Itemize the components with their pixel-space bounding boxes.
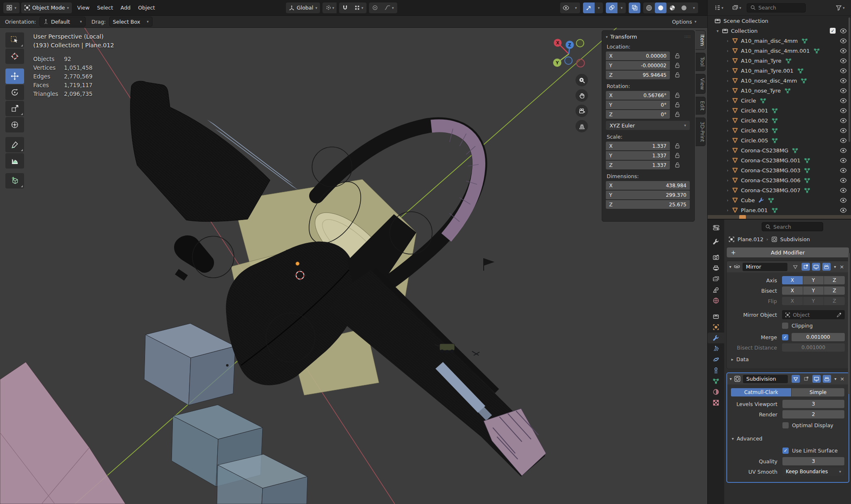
sidebar-tab-item[interactable]: Item xyxy=(696,30,706,50)
transform-orientation-dropdown[interactable]: Global ▾ xyxy=(286,2,320,13)
measure-tool-button[interactable] xyxy=(5,153,24,169)
mirror-delete-button[interactable]: × xyxy=(838,264,846,270)
quality-field[interactable]: 3 xyxy=(782,457,844,465)
lock-icon[interactable] xyxy=(674,101,681,108)
properties-tab-texture[interactable] xyxy=(708,397,724,408)
mirror-object-field[interactable]: Object xyxy=(782,310,845,319)
shading-dropdown[interactable]: ▾ xyxy=(690,2,698,13)
sidebar-tab-3d-print[interactable]: 3D-Print xyxy=(696,117,706,146)
overlays-dropdown[interactable]: ▾ xyxy=(617,2,626,13)
outliner-row-object[interactable]: ›Plane.001 xyxy=(708,205,851,215)
drag-dropdown[interactable]: Select Box ▾ xyxy=(109,17,152,27)
properties-tab-render[interactable] xyxy=(708,252,724,263)
optimal-display-checkbox[interactable] xyxy=(782,422,789,428)
outliner-row-object[interactable]: ›Circle.005 xyxy=(708,135,851,145)
camera-view-button[interactable] xyxy=(576,105,588,117)
add-cube-tool-button[interactable] xyxy=(5,173,24,188)
annotate-tool-button[interactable] xyxy=(5,137,24,152)
pan-button[interactable] xyxy=(576,89,588,102)
outliner-row-object[interactable]: ›Corona-CS238MG.001 xyxy=(708,155,851,165)
hide-eye-icon[interactable] xyxy=(840,147,847,154)
mirror-data-subpanel[interactable]: ▸ Data xyxy=(730,355,846,364)
orientation-dropdown[interactable]: Default ▾ xyxy=(39,17,86,27)
zoom-button[interactable] xyxy=(576,74,588,86)
cursor-tool-button[interactable] xyxy=(5,49,24,64)
hide-eye-icon[interactable] xyxy=(840,177,847,184)
properties-scrollbar[interactable] xyxy=(848,253,850,394)
outliner-scrollbar[interactable] xyxy=(849,17,850,142)
simple-button[interactable]: Simple xyxy=(792,388,844,396)
properties-tab-object-data[interactable] xyxy=(708,376,724,387)
outliner-editor-type-button[interactable]: ▾ xyxy=(711,2,727,13)
object-visibility-dropdown[interactable] xyxy=(560,2,572,13)
shading-solid-button[interactable] xyxy=(655,2,667,13)
hide-eye-icon[interactable] xyxy=(840,187,847,194)
breadcrumb-modifier[interactable]: Subdivision xyxy=(780,236,810,242)
mirror-bisect-y-button[interactable]: Y xyxy=(803,286,824,295)
hide-eye-icon[interactable] xyxy=(840,127,847,134)
outliner-row-object[interactable]: ›A10_main_Tyre xyxy=(708,56,851,66)
lock-icon[interactable] xyxy=(674,92,681,99)
snap-toggle[interactable] xyxy=(339,2,351,13)
hide-eye-icon[interactable] xyxy=(840,67,847,74)
toggle-ortho-button[interactable] xyxy=(576,120,588,132)
mirror-show-on-cage-toggle[interactable] xyxy=(791,263,799,271)
transform-dimensions-x-field[interactable]: X438.984 xyxy=(606,181,690,190)
lock-icon[interactable] xyxy=(674,111,681,118)
hide-eye-icon[interactable] xyxy=(840,197,847,204)
lock-icon[interactable] xyxy=(674,161,681,169)
transform-dimensions-z-field[interactable]: Z25.675 xyxy=(606,200,690,209)
hide-eye-icon[interactable] xyxy=(840,87,847,94)
outliner-row-object[interactable]: ›Cube xyxy=(708,195,851,205)
breadcrumb-object[interactable]: Plane.012 xyxy=(738,236,763,242)
hide-eye-icon[interactable] xyxy=(840,117,847,124)
hide-eye-icon[interactable] xyxy=(840,37,847,44)
sidebar-tab-view[interactable]: View xyxy=(696,74,706,94)
mirror-bisect-x-button[interactable]: X xyxy=(782,286,803,295)
box-select-tool-button[interactable] xyxy=(5,32,24,48)
navigation-gizmo[interactable]: X Z Y xyxy=(540,28,598,78)
properties-tab-tool[interactable] xyxy=(708,236,724,247)
xray-toggle[interactable] xyxy=(629,2,640,13)
outliner-row-object[interactable]: ›Circle.002 xyxy=(708,115,851,125)
proportional-editing-toggle[interactable] xyxy=(369,2,381,13)
pivot-point-dropdown[interactable]: ▾ xyxy=(322,2,337,13)
options-dropdown[interactable]: Options ▾ xyxy=(672,19,702,25)
subdivision-name-field[interactable]: Subdivision xyxy=(743,375,788,383)
transform-rotation-y-field[interactable]: Y0° xyxy=(606,100,670,109)
properties-tab-material[interactable] xyxy=(708,387,724,397)
transform-tool-button[interactable] xyxy=(5,117,24,132)
properties-tab-particles[interactable] xyxy=(708,343,724,354)
shading-wireframe-button[interactable] xyxy=(643,2,655,13)
overlays-toggle[interactable] xyxy=(606,2,617,13)
levels-viewport-field[interactable]: 3 xyxy=(782,400,844,408)
properties-tab-physics[interactable] xyxy=(708,354,724,365)
visibility-dropdown-chevron[interactable]: ▾ xyxy=(572,2,580,13)
outliner-row-object[interactable]: ›Corona-CS238MG xyxy=(708,145,851,155)
collection-checkbox[interactable]: ✓ xyxy=(830,28,836,34)
transform-scale-z-field[interactable]: Z1.337 xyxy=(606,161,670,169)
transform-location-z-field[interactable]: Z95.94645 xyxy=(606,71,670,79)
merge-threshold-field[interactable]: 0.001000 xyxy=(792,333,845,341)
hide-eye-icon[interactable] xyxy=(840,57,847,64)
outliner-row-object[interactable]: ›Corona-CS238MG.003 xyxy=(708,165,851,175)
use-limit-surface-checkbox[interactable]: ✓ xyxy=(782,448,789,454)
sidebar-tab-edit[interactable]: Edit xyxy=(696,97,706,115)
outliner-row-object[interactable]: ›A10_main_disc_4mm xyxy=(708,36,851,46)
properties-tab-world[interactable] xyxy=(708,295,724,306)
rotate-tool-button[interactable] xyxy=(5,85,24,100)
sidebar-tab-tool[interactable]: Tool xyxy=(696,53,706,71)
properties-editor-type-button[interactable] xyxy=(708,222,724,233)
mirror-show-in-editmode-toggle[interactable] xyxy=(802,263,810,271)
hide-eye-icon[interactable] xyxy=(840,27,847,34)
shading-material-button[interactable] xyxy=(667,2,678,13)
transform-scale-x-field[interactable]: X1.337 xyxy=(606,142,670,150)
properties-tab-output[interactable] xyxy=(708,263,724,274)
outliner-row-partial-selected[interactable] xyxy=(708,215,851,219)
lock-icon[interactable] xyxy=(674,152,681,159)
scale-tool-button[interactable] xyxy=(5,101,24,116)
shading-rendered-button[interactable] xyxy=(678,2,690,13)
properties-search-input[interactable]: Search xyxy=(762,222,823,231)
proportional-falloff-dropdown[interactable]: ▾ xyxy=(381,2,397,13)
properties-tab-modifiers[interactable] xyxy=(708,333,724,343)
